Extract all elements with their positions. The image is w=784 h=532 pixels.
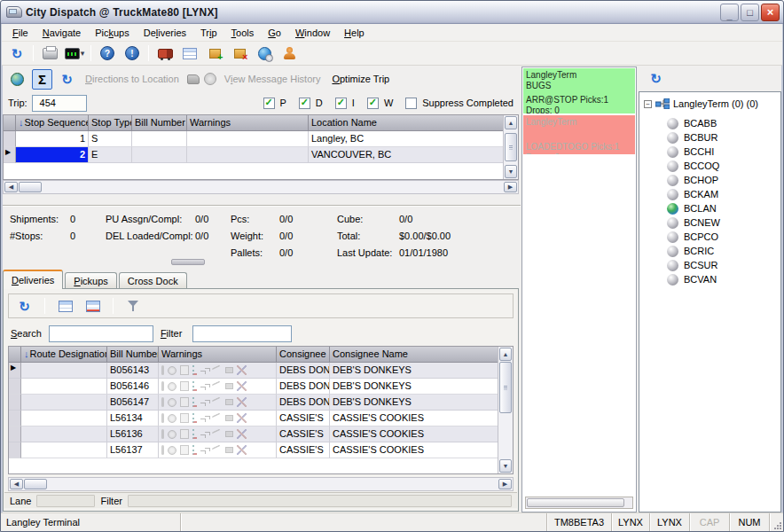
- cell-bill-number[interactable]: L56136: [107, 426, 159, 442]
- checkbox-w[interactable]: ✓: [367, 98, 379, 109]
- truck-button[interactable]: [153, 43, 176, 64]
- scrollbar-thumb[interactable]: [527, 498, 624, 507]
- cell-consignee[interactable]: CASSIE'S: [277, 442, 330, 458]
- delivery-row[interactable]: L56136 CASSIE'S CASSIE'S COOKIES: [9, 426, 513, 442]
- suppress-completed-checkbox[interactable]: [405, 98, 417, 109]
- cell-bill-number[interactable]: [132, 147, 187, 163]
- column-stop-type[interactable]: Stop Type: [89, 115, 132, 131]
- cell-route-designation[interactable]: [21, 426, 107, 442]
- cell-bill-number[interactable]: B056147: [107, 395, 159, 411]
- cell-bill-number[interactable]: L56137: [107, 442, 159, 458]
- checkbox-d[interactable]: ✓: [299, 98, 310, 109]
- cell-location-name[interactable]: Langley, BC: [309, 131, 518, 147]
- menu-deliveries[interactable]: Deliveries: [137, 25, 193, 41]
- scrollbar-thumb[interactable]: [505, 133, 517, 161]
- tree-item-bcabb[interactable]: BCABB: [639, 116, 780, 130]
- terminal-monitor-button[interactable]: ▾: [63, 43, 86, 64]
- stops-horizontal-scrollbar[interactable]: ◀ ▶: [3, 180, 519, 194]
- tree-item-bchop[interactable]: BCHOP: [639, 173, 780, 187]
- lane-filter-value-cell[interactable]: [128, 495, 512, 507]
- cell-warnings[interactable]: [159, 379, 277, 395]
- add-shipment-button[interactable]: +: [203, 43, 226, 64]
- map-button[interactable]: [7, 69, 27, 90]
- delivery-row[interactable]: L56137 CASSIE'S CASSIE'S COOKIES: [9, 442, 513, 458]
- tab-pickups[interactable]: Pickups: [65, 272, 117, 289]
- column-consignee[interactable]: Consignee: [277, 347, 330, 363]
- menu-pickups[interactable]: Pickups: [88, 25, 137, 41]
- scroll-left-button[interactable]: ◀: [10, 479, 23, 489]
- scroll-down-button[interactable]: ▼: [499, 459, 512, 473]
- tree-item-bcsur[interactable]: BCSUR: [639, 258, 780, 272]
- lane-value-cell[interactable]: [36, 495, 95, 507]
- info-button[interactable]: !: [121, 43, 144, 64]
- column-warnings[interactable]: Warnings: [159, 347, 277, 363]
- horizontal-splitter[interactable]: [3, 258, 521, 266]
- cell-warnings[interactable]: [187, 147, 309, 163]
- scrollbar-thumb[interactable]: [24, 479, 47, 489]
- tree-item-bcchi[interactable]: BCCHI: [639, 145, 780, 159]
- trip-card-454[interactable]: LangleyTerm LOADEDTOGO Picks:1 Drops: 0 …: [523, 115, 635, 154]
- cell-consignee[interactable]: DEBS DONKE: [277, 395, 330, 411]
- resize-grip[interactable]: [770, 513, 783, 531]
- cell-warnings[interactable]: [159, 395, 277, 411]
- scrollbar-thumb[interactable]: [19, 182, 42, 192]
- tree-item-bclan[interactable]: BCLAN: [639, 201, 780, 215]
- cell-bill-number[interactable]: B056143: [107, 363, 159, 379]
- menu-tools[interactable]: Tools: [224, 25, 262, 41]
- scrollbar-thumb[interactable]: [499, 362, 512, 413]
- menu-help[interactable]: Help: [337, 25, 372, 41]
- collapse-icon[interactable]: −: [644, 100, 652, 108]
- trip-refresh-button[interactable]: ↻: [57, 69, 77, 90]
- cell-consignee-name[interactable]: CASSIE'S COOKIES: [330, 411, 513, 426]
- splitter-handle[interactable]: [171, 259, 205, 265]
- scroll-right-button[interactable]: ▶: [504, 182, 517, 192]
- scroll-down-button[interactable]: ▼: [505, 165, 517, 178]
- deliveries-vertical-scrollbar[interactable]: ▲ ▼: [498, 347, 513, 473]
- filter-input[interactable]: [192, 325, 292, 342]
- cell-consignee-name[interactable]: DEB'S DONKEYS: [330, 395, 513, 411]
- cell-route-designation[interactable]: [21, 363, 107, 379]
- cell-bill-number[interactable]: L56134: [107, 411, 159, 426]
- cell-bill-number[interactable]: B056146: [107, 379, 159, 395]
- menu-trip[interactable]: Trip: [193, 25, 224, 41]
- cell-warnings[interactable]: [159, 442, 277, 458]
- menu-go[interactable]: Go: [261, 25, 288, 41]
- tree-item-bckam[interactable]: BCKAM: [639, 187, 780, 201]
- cell-route-designation[interactable]: [21, 411, 107, 426]
- delivery-row[interactable]: B056147 DEBS DONKE DEB'S DONKEYS: [9, 395, 513, 411]
- cell-consignee-name[interactable]: CASSIE'S COOKIES: [330, 426, 513, 442]
- driver-button[interactable]: [278, 43, 301, 64]
- cell-consignee-name[interactable]: CASSIE'S COOKIES: [330, 442, 513, 458]
- stops-row[interactable]: 1 S Langley, BC: [4, 131, 518, 147]
- cell-consignee[interactable]: CASSIE'S: [277, 426, 330, 442]
- tree-item-bcbur[interactable]: BCBUR: [639, 130, 780, 145]
- directions-to-location-link[interactable]: Directions to Location: [85, 74, 179, 84]
- help-button[interactable]: ?: [96, 43, 119, 64]
- deliveries-refresh-button[interactable]: ↻: [14, 296, 35, 317]
- maximize-button[interactable]: □: [741, 4, 759, 21]
- trip-list-button[interactable]: [178, 43, 201, 64]
- column-stop-sequence[interactable]: ↓Stop Sequence: [16, 115, 89, 131]
- cell-route-designation[interactable]: [21, 395, 107, 411]
- cell-warnings[interactable]: [159, 411, 277, 426]
- cell-consignee-name[interactable]: DEB'S DONKEYS: [330, 379, 513, 395]
- cell-warnings[interactable]: [159, 363, 277, 379]
- scroll-up-button[interactable]: ▲: [505, 116, 517, 129]
- tab-deliveries[interactable]: Deliveries: [3, 270, 63, 289]
- cell-consignee[interactable]: DEBS DONKE: [277, 379, 330, 395]
- cell-consignee-name[interactable]: DEB'S DONKEYS: [330, 363, 513, 379]
- titlebar[interactable]: City Dispatch @ TruckMate80 [LYNX] _ □ ×: [1, 1, 783, 24]
- tree-item-bcpco[interactable]: BCPCO: [639, 230, 780, 244]
- cell-stop-type[interactable]: E: [89, 147, 132, 163]
- cards-horizontal-scrollbar[interactable]: [525, 497, 633, 509]
- delivery-row[interactable]: L56134 CASSIE'S CASSIE'S COOKIES: [9, 411, 513, 426]
- print-button[interactable]: [38, 43, 61, 64]
- delivery-row[interactable]: B056146 DEBS DONKE DEB'S DONKEYS: [9, 379, 513, 395]
- scroll-right-button[interactable]: ▶: [498, 479, 512, 489]
- scroll-up-button[interactable]: ▲: [499, 348, 512, 361]
- optimize-trip-link[interactable]: Optimize Trip: [332, 74, 389, 84]
- filter-button[interactable]: [123, 296, 144, 317]
- menu-file[interactable]: File: [5, 25, 35, 41]
- checkbox-p[interactable]: ✓: [263, 98, 275, 109]
- column-consignee-name[interactable]: Consignee Name: [330, 347, 513, 363]
